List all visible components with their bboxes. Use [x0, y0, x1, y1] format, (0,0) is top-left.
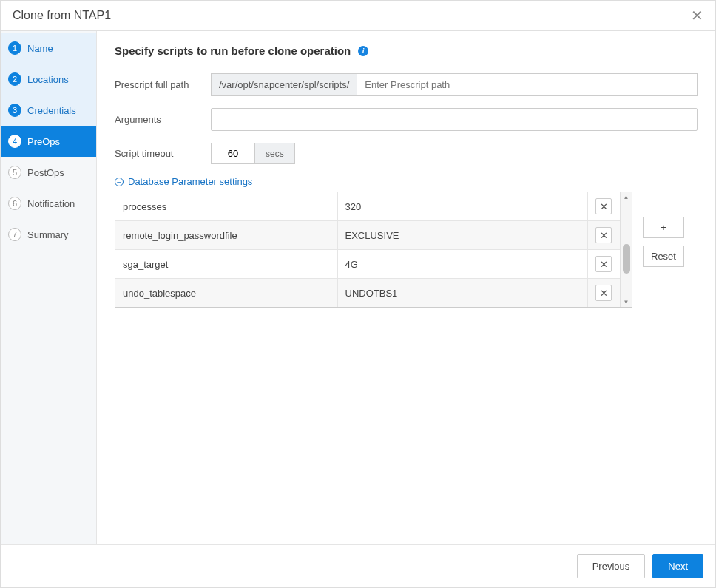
step-number: 1 [8, 41, 21, 55]
scroll-thumb[interactable] [623, 244, 630, 274]
step-label: PostOps [27, 167, 64, 178]
param-side-actions: + Reset [643, 217, 684, 267]
timeout-label: Script timeout [115, 148, 211, 159]
step-summary[interactable]: 7 Summary [1, 219, 96, 250]
wizard-sidebar: 1 Name 2 Locations 3 Credentials 4 PreOp… [1, 31, 97, 544]
param-key: undo_tablespace [115, 279, 337, 308]
section-title: Specify scripts to run before clone oper… [115, 44, 698, 57]
delete-row-button[interactable]: ✕ [595, 256, 612, 272]
dialog-footer: Previous Next [1, 544, 715, 587]
db-params-table-wrap: processes 320 ✕ remote_login_passwordfil… [115, 192, 632, 308]
timeout-input[interactable] [211, 143, 255, 164]
timeout-group: secs [211, 143, 295, 164]
step-label: PreOps [27, 136, 60, 147]
step-credentials[interactable]: 3 Credentials [1, 95, 96, 126]
dialog-body: 1 Name 2 Locations 3 Credentials 4 PreOp… [1, 31, 715, 544]
delete-row-button[interactable]: ✕ [595, 285, 612, 301]
step-label: Credentials [27, 105, 76, 116]
collapse-icon: – [115, 178, 124, 186]
db-params-area: processes 320 ✕ remote_login_passwordfil… [115, 192, 698, 308]
step-number: 2 [8, 72, 21, 86]
prescript-input[interactable] [357, 74, 697, 95]
param-value: 320 [337, 192, 587, 221]
step-number: 4 [8, 135, 21, 148]
step-label: Notification [27, 198, 75, 209]
prescript-row: Prescript full path /var/opt/snapcenter/… [115, 73, 698, 96]
info-icon[interactable]: i [358, 46, 368, 56]
table-row[interactable]: sga_target 4G ✕ [115, 250, 620, 279]
clone-dialog: Clone from NTAP1 ✕ 1 Name 2 Locations 3 … [0, 0, 716, 588]
db-params-label: Database Parameter settings [128, 176, 252, 187]
step-name[interactable]: 1 Name [1, 33, 96, 64]
step-locations[interactable]: 2 Locations [1, 64, 96, 95]
step-number: 7 [8, 228, 21, 241]
db-params-toggle[interactable]: – Database Parameter settings [115, 176, 698, 187]
prescript-path-prefix: /var/opt/snapcenter/spl/scripts/ [212, 74, 357, 95]
step-number: 3 [8, 104, 21, 117]
timeout-unit: secs [255, 143, 295, 164]
table-row[interactable]: processes 320 ✕ [115, 192, 620, 221]
prescript-label: Prescript full path [115, 79, 211, 90]
previous-button[interactable]: Previous [577, 554, 646, 578]
arguments-row: Arguments [115, 108, 698, 131]
param-key: sga_target [115, 250, 337, 279]
section-title-text: Specify scripts to run before clone oper… [115, 44, 351, 57]
step-notification[interactable]: 6 Notification [1, 188, 96, 219]
next-button[interactable]: Next [652, 554, 703, 578]
step-number: 6 [8, 197, 21, 210]
param-value: EXCLUSIVE [337, 221, 587, 250]
arguments-input[interactable] [211, 108, 698, 131]
step-postops[interactable]: 5 PostOps [1, 157, 96, 188]
timeout-row: Script timeout secs [115, 143, 698, 164]
step-number: 5 [8, 166, 21, 179]
table-row[interactable]: remote_login_passwordfile EXCLUSIVE ✕ [115, 221, 620, 250]
param-value: UNDOTBS1 [337, 279, 587, 308]
db-params-table: processes 320 ✕ remote_login_passwordfil… [115, 192, 620, 307]
prescript-path-group: /var/opt/snapcenter/spl/scripts/ [211, 73, 698, 96]
arguments-label: Arguments [115, 114, 211, 125]
scrollbar[interactable]: ▲ ▼ [620, 192, 632, 307]
step-preops[interactable]: 4 PreOps [1, 126, 96, 157]
scroll-up-icon[interactable]: ▲ [624, 194, 629, 200]
step-label: Name [27, 43, 53, 54]
close-icon[interactable]: ✕ [691, 8, 703, 23]
step-label: Locations [27, 74, 69, 85]
dialog-title: Clone from NTAP1 [13, 9, 111, 22]
dialog-header: Clone from NTAP1 ✕ [1, 1, 715, 31]
param-key: remote_login_passwordfile [115, 221, 337, 250]
table-row[interactable]: undo_tablespace UNDOTBS1 ✕ [115, 279, 620, 308]
param-value: 4G [337, 250, 587, 279]
delete-row-button[interactable]: ✕ [595, 227, 612, 243]
param-key: processes [115, 192, 337, 221]
delete-row-button[interactable]: ✕ [595, 198, 612, 214]
step-label: Summary [27, 229, 69, 240]
reset-params-button[interactable]: Reset [643, 246, 684, 267]
add-param-button[interactable]: + [643, 217, 684, 238]
main-panel: Specify scripts to run before clone oper… [97, 31, 715, 544]
scroll-down-icon[interactable]: ▼ [624, 299, 629, 305]
